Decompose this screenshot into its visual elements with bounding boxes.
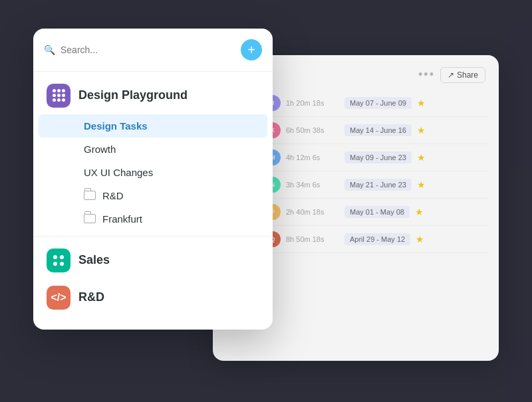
workspace-name-rd: R&D: [78, 290, 104, 304]
search-icon: 🔍: [44, 45, 55, 55]
workspace-item-design[interactable]: Design Playground: [33, 77, 273, 114]
sidebar-item-ux-ui[interactable]: UX UI Changes: [39, 161, 267, 184]
dot-grid-icon: [53, 89, 65, 102]
design-workspace-icon: [47, 84, 70, 108]
sub-item-label: Design Tasks: [84, 120, 148, 132]
star-icon: ★: [415, 207, 424, 217]
svg-point-3: [60, 262, 64, 266]
rd-workspace-icon: </>: [47, 286, 70, 310]
task-time: 2h 40m 18s: [286, 208, 339, 216]
task-time: 8h 50m 18s: [286, 235, 339, 243]
task-date: May 21 - June 23: [344, 179, 412, 191]
task-time: 6h 50m 38s: [286, 126, 339, 134]
code-brackets-icon: </>: [51, 292, 66, 304]
workspace-name-design: Design Playground: [78, 88, 188, 102]
star-icon: ★: [417, 98, 426, 108]
sidebar-item-growth[interactable]: Growth: [39, 138, 267, 161]
star-icon: ★: [417, 152, 426, 163]
task-time: 4h 12m 6s: [286, 153, 339, 161]
add-button[interactable]: +: [241, 39, 262, 60]
task-date: May 14 - June 16: [344, 124, 412, 136]
svg-point-1: [60, 255, 64, 259]
task-date: May 01 - May 08: [344, 206, 410, 218]
folder-icon: [84, 191, 96, 200]
sidebar-item-rd[interactable]: R&D: [39, 184, 267, 207]
task-time: 3h 34m 6s: [286, 181, 339, 189]
sidebar-item-design-tasks[interactable]: Design Tasks: [39, 114, 267, 138]
task-time: 1h 20m 18s: [286, 99, 339, 107]
star-icon: ★: [417, 179, 426, 190]
workspace-name-sales: Sales: [78, 253, 110, 267]
folder-icon: [84, 214, 96, 223]
svg-point-0: [53, 255, 57, 259]
search-row: 🔍 +: [33, 39, 273, 72]
task-date: May 09 - June 23: [344, 151, 412, 163]
task-date: May 07 - June 09: [344, 97, 412, 109]
star-icon: ★: [416, 234, 424, 245]
divider: [33, 236, 273, 237]
share-icon: ↗: [448, 70, 454, 80]
sales-workspace-icon: [47, 249, 70, 272]
workspace-item-sales[interactable]: Sales: [33, 242, 273, 279]
search-input[interactable]: [61, 45, 235, 55]
share-button[interactable]: ↗ Share: [440, 67, 485, 83]
svg-point-2: [53, 262, 57, 266]
workspace-dropdown: 🔍 + Design Playground Design Tasks Growt…: [33, 29, 273, 330]
workspace-item-rd[interactable]: </> R&D: [33, 279, 273, 316]
sub-item-label: UX UI Changes: [84, 167, 153, 178]
star-icon: ★: [417, 125, 426, 136]
share-label: Share: [457, 70, 478, 80]
more-options-button[interactable]: •••: [418, 68, 435, 82]
sidebar-item-frankfurt[interactable]: Frankfurt: [39, 207, 267, 231]
sub-item-label: Growth: [84, 144, 116, 155]
sub-item-label: Frankfurt: [102, 213, 142, 225]
task-date: April 29 - May 12: [344, 233, 410, 245]
sub-item-label: R&D: [102, 190, 124, 201]
sales-icon-svg: [52, 254, 65, 267]
